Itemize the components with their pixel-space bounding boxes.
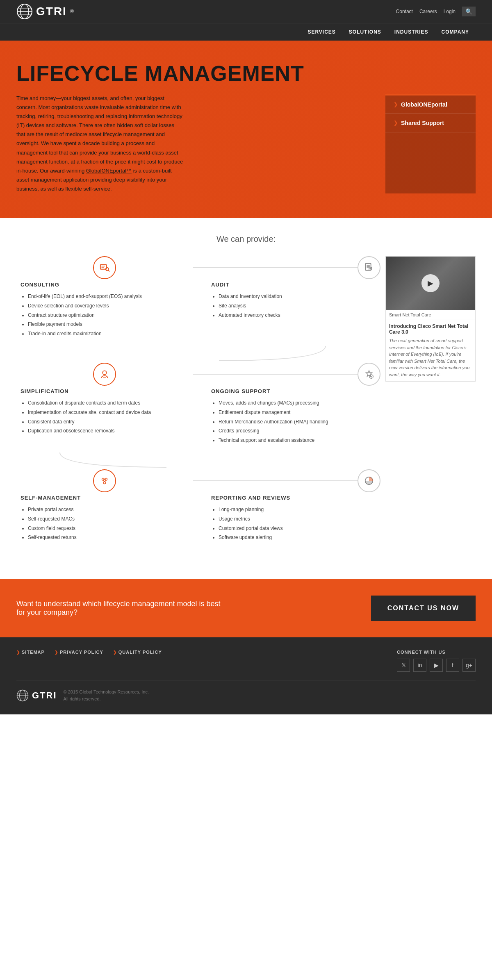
search-button[interactable]: 🔍 — [462, 7, 476, 16]
ongoing-list: Moves, adds and changes (MACs) processin… — [211, 398, 365, 445]
services-area: CONSULTING End-of-life (EOL) and end-of-… — [16, 256, 369, 546]
connect-label: CONNECT WITH US — [397, 650, 476, 655]
top-bar: GTRI® Contact Careers Login 🔍 — [0, 0, 492, 23]
row3-services: SELF-MANAGEMENT Private portal access Se… — [16, 495, 369, 542]
self-management-block: SELF-MANAGEMENT Private portal access Se… — [16, 495, 187, 542]
list-item: Moves, adds and changes (MACs) processin… — [219, 398, 365, 408]
self-management-list: Private portal access Self-requested MAC… — [20, 505, 182, 542]
footer-copyright: © 2015 Global Technology Resources, Inc.… — [64, 689, 149, 702]
nav-industries[interactable]: INDUSTRIES — [388, 23, 435, 41]
hero-content: Time and money—your biggest assets, and … — [16, 94, 476, 193]
list-item: Entitlement dispute management — [219, 408, 365, 417]
twitter-icon[interactable]: 𝕏 — [397, 659, 410, 672]
list-item: Consolidation of disparate contracts and… — [28, 398, 182, 408]
list-item: Automated inventory checks — [219, 311, 365, 320]
play-button[interactable]: ▶ — [421, 274, 440, 292]
list-item: Private portal access — [28, 505, 182, 514]
video-label: Smart Net Total Care — [386, 310, 475, 320]
path-curve-2 — [28, 452, 198, 468]
top-right-nav: Contact Careers Login 🔍 — [396, 7, 476, 16]
simplification-block: SIMPLIFICATION Consolidation of disparat… — [16, 388, 187, 445]
sidebar-globaloneportal[interactable]: GlobalONEportal — [385, 95, 476, 114]
list-item: Long-range planning — [219, 505, 365, 514]
social-icons: 𝕏 in ▶ f g+ — [397, 659, 476, 672]
main-nav: SERVICES SOLUTIONS INDUSTRIES COMPANY — [0, 23, 492, 41]
consulting-list: End-of-life (EOL) and end-of-support (EO… — [20, 292, 182, 339]
reporting-title: REPORTING AND REVIEWS — [211, 495, 365, 501]
audit-block: AUDIT Data and inventory validation Site… — [199, 282, 369, 339]
svg-line-21 — [103, 480, 105, 482]
audit-icon — [358, 256, 380, 279]
globaloneportal-link[interactable]: GlobalONEportal™ — [86, 168, 132, 174]
connect-section: CONNECT WITH US 𝕏 in ▶ f g+ — [397, 650, 476, 672]
facebook-icon[interactable]: f — [446, 659, 459, 672]
footer: SITEMAP PRIVACY POLICY QUALITY POLICY CO… — [0, 637, 492, 714]
footer-bottom: GTRI © 2015 Global Technology Resources,… — [16, 680, 476, 702]
list-item: Self-requested MACs — [28, 514, 182, 524]
careers-link[interactable]: Careers — [419, 9, 437, 14]
row2-services: SIMPLIFICATION Consolidation of disparat… — [16, 388, 369, 445]
hero-section: LIFECYCLE MANAGEMENT Time and money—your… — [0, 41, 492, 218]
simplification-title: SIMPLIFICATION — [20, 388, 182, 394]
youtube-icon[interactable]: ▶ — [430, 659, 443, 672]
logo-reg: ® — [70, 9, 74, 14]
simplification-icon — [93, 363, 116, 386]
list-item: Self-requested returns — [28, 533, 182, 542]
sitemap-link[interactable]: SITEMAP — [16, 650, 45, 655]
consulting-block: CONSULTING End-of-life (EOL) and end-of-… — [16, 282, 187, 339]
list-item: Custom field requests — [28, 524, 182, 533]
cta-section: Want to understand which lifecycle manag… — [0, 579, 492, 637]
list-item: End-of-life (EOL) and end-of-support (EO… — [28, 292, 182, 301]
reporting-block: REPORTING AND REVIEWS Long-range plannin… — [199, 495, 369, 542]
video-info: Introducing Cisco Smart Net Total Care 3… — [386, 320, 475, 381]
contact-link[interactable]: Contact — [396, 9, 413, 14]
list-item: Flexible payment models — [28, 320, 182, 329]
privacy-link[interactable]: PRIVACY POLICY — [55, 650, 103, 655]
list-item: Device selection and coverage levels — [28, 301, 182, 311]
ongoing-support-block: ONGOING SUPPORT Moves, adds and changes … — [199, 388, 369, 445]
googleplus-icon[interactable]: g+ — [462, 659, 476, 672]
list-item: Implementation of accurate site, contact… — [28, 408, 182, 417]
reporting-icon — [358, 469, 380, 492]
video-overlay: ▶ — [386, 257, 475, 310]
list-item: Usage metrics — [219, 514, 365, 524]
sidebar-shared-support[interactable]: Shared Support — [385, 114, 476, 132]
logo-area: GTRI® — [16, 3, 74, 20]
self-management-icon — [93, 469, 116, 492]
cta-text: Want to understand which lifecycle manag… — [16, 600, 221, 617]
consulting-title: CONSULTING — [20, 282, 182, 288]
ongoing-title: ONGOING SUPPORT — [211, 388, 365, 394]
footer-logo: GTRI — [16, 689, 57, 702]
nav-services[interactable]: SERVICES — [301, 23, 342, 41]
content-row: CONSULTING End-of-life (EOL) and end-of-… — [16, 256, 476, 546]
list-item: Customized portal data views — [219, 524, 365, 533]
hero-body: Time and money—your biggest assets, and … — [16, 94, 184, 193]
audit-title: AUDIT — [211, 282, 365, 288]
svg-point-15 — [102, 371, 106, 375]
list-item: Consistent data entry — [28, 417, 182, 427]
nav-company[interactable]: COMPANY — [435, 23, 476, 41]
video-card: ▶ Smart Net Total Care Introducing Cisco… — [385, 256, 476, 382]
hero-sidebar: GlobalONEportal Shared Support — [385, 94, 476, 193]
reporting-list: Long-range planning Usage metrics Custom… — [211, 505, 365, 542]
nav-solutions[interactable]: SOLUTIONS — [342, 23, 388, 41]
svg-point-17 — [369, 375, 373, 378]
svg-line-9 — [108, 271, 109, 272]
we-provide-label: We can provide: — [16, 234, 476, 244]
self-management-title: SELF-MANAGEMENT — [20, 495, 182, 501]
linkedin-icon[interactable]: in — [413, 659, 426, 672]
video-sidebar: ▶ Smart Net Total Care Introducing Cisco… — [385, 256, 476, 546]
login-link[interactable]: Login — [444, 9, 456, 14]
cta-button[interactable]: CONTACT US NOW — [371, 596, 476, 621]
list-item: Site analysis — [219, 301, 365, 311]
list-item: Trade-in and credits maximization — [28, 329, 182, 339]
video-description: The next generation of smart support ser… — [389, 337, 472, 378]
footer-top: SITEMAP PRIVACY POLICY QUALITY POLICY CO… — [16, 650, 476, 680]
list-item: Technical support and escalation assista… — [219, 436, 365, 445]
video-thumbnail[interactable]: ▶ — [386, 257, 475, 310]
footer-links: SITEMAP PRIVACY POLICY QUALITY POLICY — [16, 650, 162, 655]
consulting-icon — [93, 256, 116, 279]
list-item: Data and inventory validation — [219, 292, 365, 301]
quality-link[interactable]: QUALITY POLICY — [113, 650, 162, 655]
footer-logo-text: GTRI — [32, 690, 57, 701]
